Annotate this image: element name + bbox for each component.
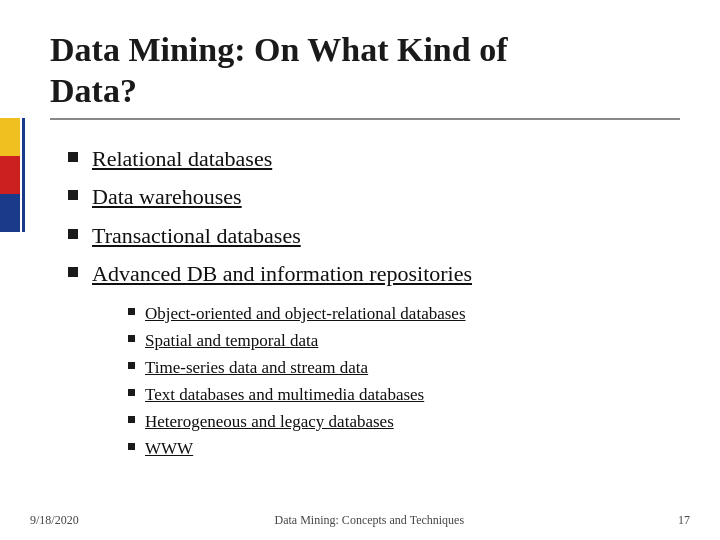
sub-bullet-icon bbox=[128, 335, 135, 342]
main-item-text: Data warehouses bbox=[92, 183, 242, 212]
sub-list-item: Object-oriented and object-relational da… bbox=[128, 303, 680, 325]
sub-bullet-icon bbox=[128, 308, 135, 315]
sub-item-text: Text databases and multimedia databases bbox=[145, 384, 424, 406]
main-item-text: Transactional databases bbox=[92, 222, 301, 251]
deco-red bbox=[0, 156, 20, 194]
sub-item-text: Spatial and temporal data bbox=[145, 330, 318, 352]
slide-title: Data Mining: On What Kind of Data? bbox=[50, 30, 680, 112]
sub-item-text: WWW bbox=[145, 438, 193, 460]
sub-bullet-icon bbox=[128, 389, 135, 396]
main-item-text: Relational databases bbox=[92, 145, 272, 174]
deco-blue bbox=[0, 194, 20, 232]
list-item: Relational databases bbox=[68, 145, 680, 174]
sub-item-text: Object-oriented and object-relational da… bbox=[145, 303, 466, 325]
bullet-icon bbox=[68, 152, 78, 162]
sub-list-item: Time-series data and stream data bbox=[128, 357, 680, 379]
sub-item-text: Heterogeneous and legacy databases bbox=[145, 411, 394, 433]
deco-yellow bbox=[0, 118, 20, 156]
list-item: Advanced DB and information repositories bbox=[68, 260, 680, 289]
slide: Data Mining: On What Kind of Data? Relat… bbox=[0, 0, 720, 540]
bullet-icon bbox=[68, 190, 78, 200]
title-underline bbox=[50, 118, 680, 120]
sub-list-item: Heterogeneous and legacy databases bbox=[128, 411, 680, 433]
vert-line bbox=[22, 118, 25, 232]
sub-bullet-icon bbox=[128, 416, 135, 423]
sub-list-item: Spatial and temporal data bbox=[128, 330, 680, 352]
bullet-icon bbox=[68, 229, 78, 239]
sub-item-text: Time-series data and stream data bbox=[145, 357, 368, 379]
sub-list-item: WWW bbox=[128, 438, 680, 460]
list-item: Transactional databases bbox=[68, 222, 680, 251]
title-line2: Data? bbox=[50, 72, 137, 109]
content-area: Relational databases Data warehouses Tra… bbox=[68, 145, 680, 461]
footer: 9/18/2020 Data Mining: Concepts and Tech… bbox=[0, 513, 720, 528]
footer-page-number: 17 bbox=[660, 513, 690, 528]
sub-list-item: Text databases and multimedia databases bbox=[128, 384, 680, 406]
title-line1: Data Mining: On What Kind of bbox=[50, 31, 508, 68]
bullet-icon bbox=[68, 267, 78, 277]
main-list: Relational databases Data warehouses Tra… bbox=[68, 145, 680, 289]
sub-bullet-icon bbox=[128, 443, 135, 450]
sub-bullet-icon bbox=[128, 362, 135, 369]
footer-center-text: Data Mining: Concepts and Techniques bbox=[79, 513, 660, 528]
footer-date: 9/18/2020 bbox=[30, 513, 79, 528]
sub-list: Object-oriented and object-relational da… bbox=[128, 303, 680, 461]
main-item-text: Advanced DB and information repositories bbox=[92, 260, 472, 289]
list-item: Data warehouses bbox=[68, 183, 680, 212]
title-area: Data Mining: On What Kind of Data? bbox=[50, 30, 680, 120]
